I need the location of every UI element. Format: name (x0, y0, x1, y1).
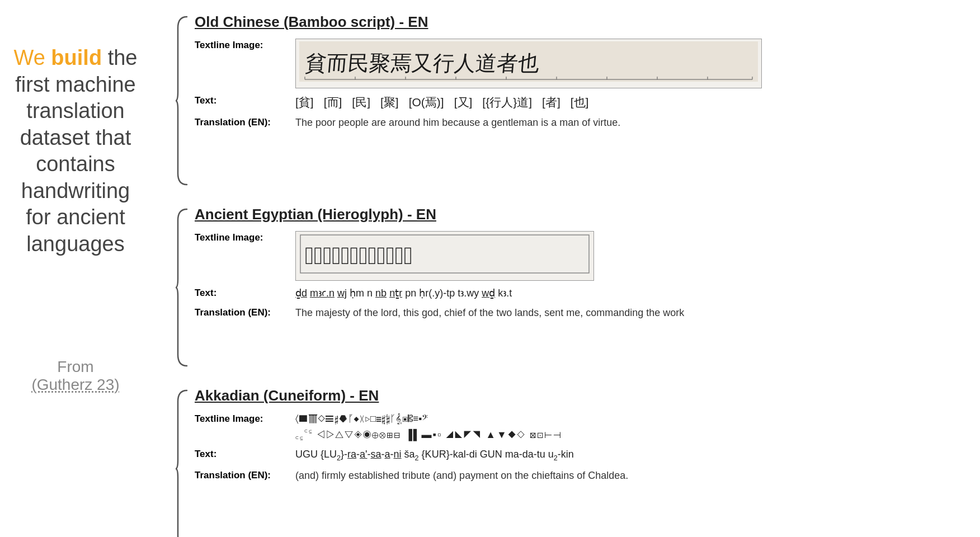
chinese-image-box: 貧而民聚焉又行人道者也 (295, 39, 762, 88)
akkadian-text-row: Text: UGU {LU2}-ra-a'-sa-a-ni ša2 {KUR}-… (195, 447, 958, 463)
word-a2: a (385, 449, 390, 460)
section-egyptian: Ancient Egyptian (Hieroglyph) - EN Textl… (173, 204, 958, 371)
section-akkadian: Akkadian (Cuneiform) - EN Textline Image… (173, 385, 958, 537)
char-5: [O(焉)] (409, 94, 444, 110)
akkadian-translation-row: Translation (EN): (and) firmly establish… (195, 469, 958, 483)
char-3: [民] (352, 94, 370, 110)
char-7: [{行人}道] (482, 94, 532, 110)
hero-we: We (13, 46, 51, 69)
chinese-translation-label: Translation (EN): (195, 116, 295, 128)
egyptian-translation-value: The majesty of the lord, this god, chief… (295, 306, 958, 320)
brace-akkadian (173, 385, 189, 537)
akkadian-text-value: UGU {LU2}-ra-a'-sa-a-ni ša2 {KUR}-kal-di… (295, 447, 958, 463)
char-9: [也] (571, 94, 589, 110)
citation-label: (Gutherz 23) (31, 376, 119, 394)
hero-text: We build the first machine translation d… (13, 45, 137, 257)
chinese-text-row: Text: [貧] [而] [民] [聚] [O(焉)] [又] [{行人}道]… (195, 94, 958, 110)
word-msn: mꜣꜥ.n (310, 288, 334, 299)
section-content-akkadian: Akkadian (Cuneiform) - EN Textline Image… (195, 385, 958, 537)
chinese-textline-image: 貧而民聚焉又行人道者也 (295, 39, 958, 88)
egyptian-translation-row: Translation (EN): The majesty of the lor… (195, 306, 958, 320)
chinese-svg: 貧而民聚焉又行人道者也 (299, 41, 758, 82)
hero-build: build (51, 46, 102, 69)
akkadian-title: Akkadian (Cuneiform) - EN (195, 387, 958, 404)
word-ra: ra (347, 449, 356, 460)
word-wj: wj (337, 288, 347, 299)
char-6: [又] (454, 94, 473, 110)
brace-egyptian (173, 204, 189, 371)
egyptian-title: Ancient Egyptian (Hieroglyph) - EN (195, 206, 958, 223)
hero-for-ancient: for ancient (26, 205, 125, 229)
akkadian-textline-content: 〈⯀𝍱◇☰𝄰⯂ᚵ◆☓▷□☰𝄱𝄲ᚴ𝄠▣𝄡≡▪𝄢 (295, 413, 428, 424)
chinese-textline-row: Textline Image: (195, 39, 958, 88)
word-sa: sa (371, 449, 381, 460)
akkadian-text-content: UGU {LU2}-ra-a'-sa-a-ni ša2 {KUR}-kal-di… (295, 449, 574, 460)
hero-the: the (102, 46, 137, 69)
hero-languages: languages (26, 232, 124, 256)
akkadian-text-label: Text: (195, 447, 295, 460)
akkadian-textline-row: Textline Image: 〈⯀𝍱◇☰𝄰⯂ᚵ◆☓▷□☰𝄱𝄲ᚴ𝄠▣𝄡≡▪𝄢 ꜀… (195, 412, 958, 442)
word-a: a' (360, 449, 367, 460)
hero-first-machine: first machine (15, 73, 135, 96)
hero-handwriting: handwriting (21, 179, 130, 202)
egyptian-translation-label: Translation (EN): (195, 306, 295, 318)
brace-chinese (173, 11, 189, 190)
akkadian-translation-value: (and) firmly established tribute (and) p… (295, 469, 958, 483)
word-wd: wḏ (482, 288, 495, 299)
chinese-translation-row: Translation (EN): The poor people are ar… (195, 116, 958, 130)
svg-text:𓀀𓁀𓂀𓃀𓄀𓅀𓆀𓇀𓈀𓉀𓊀𓋀: 𓀀𓁀𓂀𓃀𓄀𓅀𓆀𓇀𓈀𓉀𓊀𓋀 (305, 242, 413, 270)
chinese-chars: [貧] [而] [民] [聚] [O(焉)] [又] [{行人}道] [者] [… (295, 94, 958, 110)
chinese-title: Old Chinese (Bamboo script) - EN (195, 13, 958, 31)
egyptian-svg: 𓀀𓁀𓂀𓃀𓄀𓅀𓆀𓇀𓈀𓉀𓊀𓋀 (299, 234, 590, 274)
from-label: From (31, 358, 119, 376)
word-nb: nb (375, 288, 387, 299)
akkadian-translation-label: Translation (EN): (195, 469, 295, 481)
akkadian-textline-label: Textline Image: (195, 412, 295, 425)
from-section: From (Gutherz 23) (31, 358, 119, 394)
section-chinese: Old Chinese (Bamboo script) - EN Textlin… (173, 11, 958, 190)
char-8: [者] (542, 94, 560, 110)
egyptian-textline-row: Textline Image: 𓀀𓁀𓂀𓃀𓄀𓅀𓆀𓇀𓈀𓉀𓊀𓋀 (195, 231, 958, 281)
akkadian-cuneiform-text: ꜀꜁꜂꜃ ◁▷△▽◈◉⊕⊗⊞⊟ ▐▌▬▪▫ ◢◣◤◥ ▲▼◆◇ ⊠⊡⊢⊣ (295, 428, 958, 442)
char-1: [貧] (295, 94, 314, 110)
char-2: [而] (324, 94, 342, 110)
word-dd: ḏd (295, 288, 307, 299)
right-panel: Old Chinese (Bamboo script) - EN Textlin… (151, 0, 980, 537)
egyptian-textline-image: 𓀀𓁀𓂀𓃀𓄀𓅀𓆀𓇀𓈀𓉀𓊀𓋀 (295, 231, 958, 281)
left-panel: We build the first machine translation d… (0, 0, 151, 537)
hero-contains: contains (36, 152, 115, 176)
word-ni: ni (394, 449, 402, 460)
egyptian-textline-label: Textline Image: (195, 231, 295, 243)
chinese-text-label: Text: (195, 94, 295, 106)
egyptian-image-box: 𓀀𓁀𓂀𓃀𓄀𓅀𓆀𓇀𓈀𓉀𓊀𓋀 (295, 231, 594, 281)
word-ntr: nṯr (389, 288, 402, 299)
egyptian-text-content: ḏd mꜣꜥ.n wj ḥm n nb nṯr pn ḥr(.y)-tp tꜣ.… (295, 288, 512, 299)
egyptian-text-row: Text: ḏd mꜣꜥ.n wj ḥm n nb nṯr pn ḥr(.y)-… (195, 286, 958, 300)
section-content-chinese: Old Chinese (Bamboo script) - EN Textlin… (195, 11, 958, 190)
chinese-textline-label: Textline Image: (195, 39, 295, 51)
egyptian-text-value: ḏd mꜣꜥ.n wj ḥm n nb nṯr pn ḥr(.y)-tp tꜣ.… (295, 286, 958, 300)
akkadian-textline-image: 〈⯀𝍱◇☰𝄰⯂ᚵ◆☓▷□☰𝄱𝄲ᚴ𝄠▣𝄡≡▪𝄢 ꜀꜁꜂꜃ ◁▷△▽◈◉⊕⊗⊞⊟ ▐… (295, 412, 958, 442)
char-4: [聚] (380, 94, 399, 110)
chinese-translation-value: The poor people are around him because a… (295, 116, 958, 130)
egyptian-text-label: Text: (195, 286, 295, 299)
hero-dataset-that: dataset that (20, 126, 131, 149)
chinese-text-value: [貧] [而] [民] [聚] [O(焉)] [又] [{行人}道] [者] [… (295, 94, 958, 110)
svg-text:貧而民聚焉又行人道者也: 貧而民聚焉又行人道者也 (305, 51, 540, 75)
hero-translation: translation (26, 99, 124, 123)
section-content-egyptian: Ancient Egyptian (Hieroglyph) - EN Textl… (195, 204, 958, 371)
